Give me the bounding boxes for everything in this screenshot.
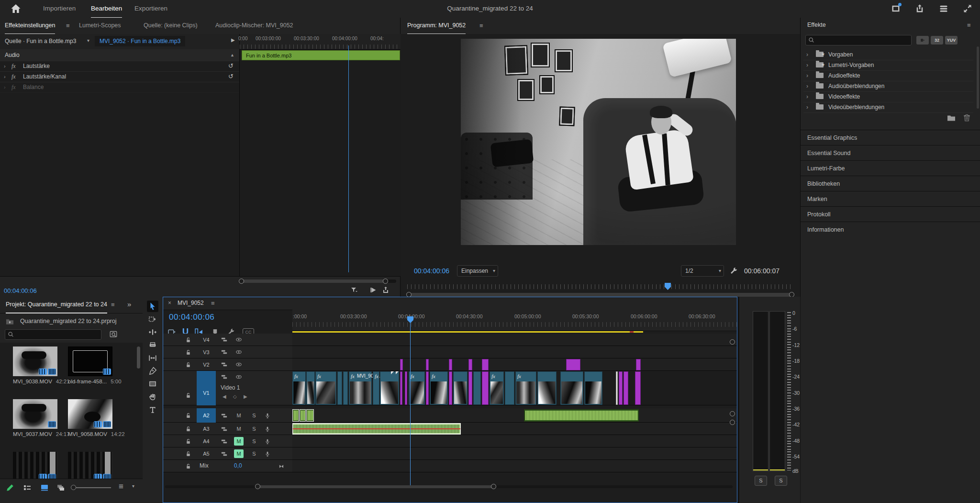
vertical-scroll-knob[interactable] <box>730 411 735 416</box>
panel-menu-icon[interactable]: ≡ <box>66 22 70 29</box>
effect-controls-mini-timeline[interactable]: 0:0000:03:00:0000:03:30:0000:04:00:0000:… <box>239 34 401 276</box>
freeform-view-icon[interactable] <box>56 484 65 492</box>
track-lane-V3[interactable] <box>292 346 737 358</box>
video-clip[interactable] <box>560 371 583 405</box>
mute-button-A5[interactable]: M <box>234 449 244 458</box>
disclosure-icon[interactable]: › <box>4 71 6 82</box>
audio-clip[interactable] <box>292 409 299 422</box>
fit-dropdown[interactable]: Einpassen▾ <box>457 265 498 277</box>
collapsed-panel-lumetri-farbe[interactable]: Lumetri-Farbe <box>801 160 980 176</box>
lock-icon[interactable] <box>185 412 191 419</box>
graphic-clip[interactable] <box>426 359 429 370</box>
graphic-clip[interactable] <box>482 359 489 370</box>
effect-row[interactable]: › fx Lautstärke/Kanal ↺ <box>0 71 239 82</box>
timeline-tab[interactable]: MVI_9052 <box>178 300 204 306</box>
effect-name[interactable]: Lautstärke <box>23 61 50 71</box>
video-clip[interactable]: fx <box>373 371 379 405</box>
solo-right-button[interactable]: S <box>775 476 787 486</box>
timeline-ruler[interactable]: :00:0000:03:30:0000:04:00:0000:04:30:000… <box>292 310 737 331</box>
trash-icon[interactable] <box>963 114 970 122</box>
source-patch-icon[interactable] <box>221 336 228 343</box>
project-tab[interactable]: Projekt: Quarantine_migrated 22 to 24 <box>6 297 107 313</box>
video-clip[interactable]: fx <box>409 371 425 405</box>
toggle-track-output-icon[interactable] <box>235 336 243 343</box>
disclosure-icon[interactable]: › <box>4 61 6 71</box>
prev-keyframe-icon[interactable]: ◀ <box>223 394 226 399</box>
toggle-track-output-icon[interactable] <box>235 373 243 380</box>
panel-tab[interactable]: Audioclip-Mischer: MVI_9052 <box>215 18 293 34</box>
effect-row[interactable]: › fx Lautstärke ↺ <box>0 61 239 72</box>
slip-tool-icon[interactable] <box>147 352 158 364</box>
track-header-A4[interactable]: A4 M S <box>163 435 292 447</box>
selection-tool-icon[interactable] <box>147 301 158 312</box>
lock-icon[interactable] <box>185 425 191 432</box>
source-patch-icon[interactable] <box>221 425 228 432</box>
twirl-icon[interactable]: › <box>806 60 808 70</box>
collapsed-panel-informationen[interactable]: Informationen <box>801 222 980 237</box>
audio-clip-bar[interactable]: Fun in a Bottle.mp3 <box>242 50 400 60</box>
project-search-input[interactable] <box>5 329 101 340</box>
effects-search-input[interactable] <box>805 35 912 45</box>
timeline-timecode[interactable]: 00:04:00:06 <box>169 313 214 322</box>
track-select-V1[interactable]: V1 <box>197 371 216 405</box>
item-name[interactable]: old-frame-458... <box>68 379 107 384</box>
source-patch-icon[interactable] <box>221 450 228 457</box>
voiceover-record-icon[interactable] <box>265 425 270 433</box>
rectangle-tool-icon[interactable] <box>147 378 158 390</box>
list-view-icon[interactable] <box>23 484 32 492</box>
video-preview[interactable] <box>461 39 736 245</box>
voiceover-record-icon[interactable] <box>265 412 270 419</box>
ripple-edit-tool-icon[interactable] <box>147 326 158 338</box>
lock-icon[interactable] <box>185 392 191 399</box>
32bit-badge[interactable]: 32 <box>931 36 943 45</box>
keyframe-bowtie-icon[interactable] <box>278 463 285 469</box>
graphic-clip[interactable] <box>426 371 429 405</box>
collapsed-panel-essential-sound[interactable]: Essential Sound <box>801 145 980 161</box>
twirl-icon[interactable]: › <box>806 91 808 102</box>
program-timecode[interactable]: 00:04:00:06 <box>414 267 449 275</box>
effects-scrollbar[interactable] <box>977 46 979 109</box>
video-clip[interactable] <box>343 371 348 405</box>
zoom-slider-track[interactable] <box>76 487 111 488</box>
fullscreen-icon[interactable] <box>963 4 972 13</box>
solo-left-button[interactable]: S <box>755 476 767 486</box>
track-header-A3[interactable]: A3 M S <box>163 423 292 435</box>
mute-button-A2[interactable]: M <box>234 411 244 420</box>
program-tab[interactable]: Programm: MVI_9052 <box>407 18 466 34</box>
graphic-clip[interactable] <box>400 359 403 370</box>
item-name[interactable]: MVI_9058.MOV <box>68 431 107 437</box>
panel-menu-icon[interactable]: ≡ <box>967 22 971 29</box>
project-item[interactable] <box>13 452 57 479</box>
graphic-clip[interactable] <box>636 359 641 370</box>
graphic-clip[interactable] <box>482 371 489 405</box>
lock-icon[interactable] <box>185 450 191 457</box>
video-clip[interactable]: fx MVI_9044... <box>349 371 372 405</box>
chevron-down-icon[interactable]: ▾ <box>132 483 134 489</box>
collapsed-panel-marken[interactable]: Marken <box>801 191 980 207</box>
project-scrollbar[interactable] <box>137 347 140 369</box>
razor-tool-icon[interactable] <box>147 339 158 351</box>
expand-panel-icon[interactable]: » <box>127 300 131 308</box>
reset-icon[interactable]: ↺ <box>228 71 234 82</box>
source-patch-icon[interactable] <box>221 373 228 380</box>
scroll-handle-left[interactable] <box>239 279 244 284</box>
effect-name[interactable]: Lautstärke/Kanal <box>23 71 66 82</box>
item-name[interactable]: MVI_9038.MOV <box>13 379 52 384</box>
effects-folder-Audioeffekte[interactable]: › Audioeffekte <box>803 70 973 81</box>
lock-icon[interactable] <box>185 438 191 445</box>
video-clip[interactable] <box>473 371 481 405</box>
track-select-A3[interactable]: A3 <box>197 423 216 435</box>
track-lane-A2[interactable] <box>292 408 737 423</box>
effects-folder-Videoeffekte[interactable]: › Videoeffekte <box>803 91 973 102</box>
clip-thumbnail-curtain[interactable] <box>13 452 57 479</box>
writable-indicator-pen-icon[interactable] <box>6 483 14 492</box>
item-name[interactable]: MVI_9037.MOV <box>13 431 52 437</box>
track-header-mix[interactable]: Mix 0,0 <box>163 460 292 472</box>
nav-tab-bearbeiten[interactable]: Bearbeiten <box>91 0 122 18</box>
effect-name[interactable]: Balance <box>23 82 44 92</box>
track-header-V4[interactable]: V4 <box>163 334 292 346</box>
track-name[interactable]: Video 1 <box>221 384 240 391</box>
video-clip[interactable]: fx <box>515 371 536 405</box>
track-header-V1[interactable]: V1 Video 1 ◀ ◇ ▶ <box>163 371 292 405</box>
chevron-down-icon[interactable]: ▾ <box>87 38 89 43</box>
